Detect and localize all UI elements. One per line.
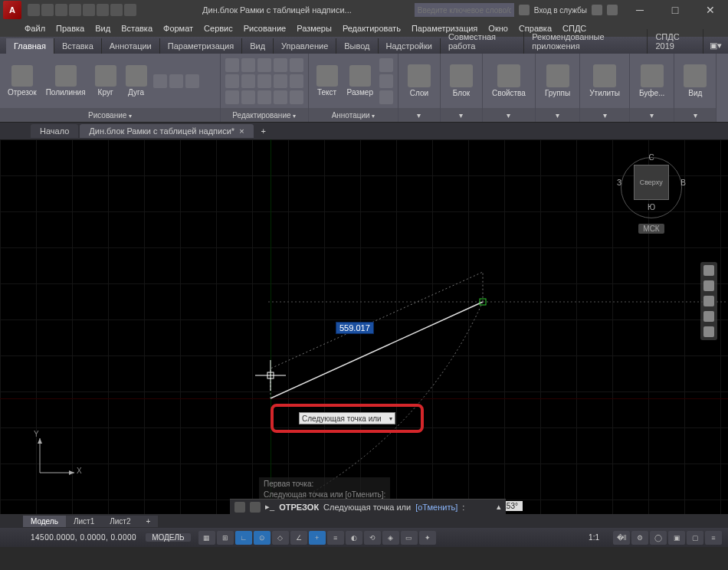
status-ortho-icon[interactable]: ∟ <box>235 531 252 545</box>
block-button[interactable]: Блок <box>447 63 476 99</box>
menu-dimension[interactable]: Размеры <box>292 21 336 35</box>
qat-plot-icon[interactable] <box>83 4 95 16</box>
panel-groups-title[interactable]: ▾ <box>536 108 579 122</box>
ribbon-tab-parametric[interactable]: Параметризация <box>160 38 242 54</box>
status-lwt-icon[interactable]: ≡ <box>327 531 344 545</box>
status-transparency-icon[interactable]: ◐ <box>346 531 362 545</box>
ribbon-tab-output[interactable]: Вывод <box>336 38 378 54</box>
array-icon[interactable] <box>257 74 271 88</box>
ribbon-tab-insert[interactable]: Вставка <box>54 38 102 54</box>
cmdline-recent-icon[interactable]: ▴ <box>497 502 501 512</box>
ribbon-tab-view[interactable]: Вид <box>242 38 274 54</box>
nav-wheel-icon[interactable] <box>703 265 714 276</box>
modify-tool-icon[interactable] <box>274 90 287 104</box>
panel-block-title[interactable]: ▾ <box>441 108 482 122</box>
viewcube-east[interactable]: В <box>680 179 686 187</box>
layout-tab-sheet1[interactable]: Лист1 <box>66 516 102 527</box>
tool-text[interactable]: Текст <box>313 64 341 98</box>
mirror-icon[interactable] <box>274 58 287 72</box>
cmdline-option[interactable]: [оТменить] <box>415 503 457 512</box>
panel-annot-title[interactable]: Аннотации <box>332 111 375 120</box>
status-dyn-icon[interactable]: + <box>309 531 326 545</box>
panel-modify-title[interactable]: Редактирование <box>232 111 295 120</box>
status-cleanscreen-icon[interactable]: ▢ <box>687 531 703 545</box>
tool-arc[interactable]: Дуга <box>123 64 150 98</box>
viewcube-wcs-badge[interactable]: МСК <box>638 224 664 234</box>
panel-view-title[interactable]: ▾ <box>674 108 716 122</box>
tool-circle[interactable]: Круг <box>92 64 120 98</box>
ribbon-tab-home[interactable]: Главная <box>6 38 54 54</box>
qat-saveas-icon[interactable] <box>69 4 81 16</box>
layers-button[interactable]: Слои <box>405 63 434 99</box>
ribbon-tab-annotate[interactable]: Аннотации <box>102 38 160 54</box>
status-model-badge[interactable]: МОДЕЛЬ <box>146 533 190 542</box>
status-polar-icon[interactable]: ⊙ <box>254 531 271 545</box>
viewcube[interactable]: С З Сверху В Ю МСК <box>617 153 686 234</box>
menu-edit[interactable]: Правка <box>51 21 89 35</box>
status-annomonitor-icon[interactable]: ✦ <box>419 531 436 545</box>
dynamic-input-dropdown-icon[interactable]: ▾ <box>389 415 392 422</box>
panel-layers-title[interactable]: ▾ <box>398 108 440 122</box>
menu-insert[interactable]: Вставка <box>116 21 157 35</box>
tool-dimension[interactable]: Размер <box>344 64 376 98</box>
ribbon-tab-addins[interactable]: Надстройки <box>379 38 441 54</box>
status-grid-icon[interactable]: ▦ <box>198 531 215 545</box>
ribbon-tab-featured[interactable]: Рекомендованные приложения <box>524 29 648 54</box>
panel-clipboard-title[interactable]: ▾ <box>630 108 674 122</box>
qat-open-icon[interactable] <box>41 4 54 16</box>
help-icon[interactable] <box>607 5 618 15</box>
viewcube-north[interactable]: С <box>617 153 686 162</box>
dynamic-input[interactable]: Следующая точка или ▾ <box>299 412 395 424</box>
move-icon[interactable] <box>225 58 239 72</box>
draw-tool-icon[interactable] <box>185 74 199 88</box>
view-button[interactable]: Вид <box>680 63 710 99</box>
ribbon-tab-spds[interactable]: СПДС 2019 <box>648 29 703 54</box>
qat-redo-icon[interactable] <box>110 4 123 16</box>
minimize-button[interactable]: ─ <box>622 0 657 20</box>
rotate-icon[interactable] <box>241 58 255 72</box>
erase-icon[interactable] <box>290 74 303 88</box>
draw-tool-icon[interactable] <box>153 74 167 88</box>
signin-icon[interactable] <box>519 5 530 15</box>
cmdline-close-icon[interactable] <box>234 502 245 513</box>
status-cycling-icon[interactable]: ⟲ <box>364 531 381 545</box>
trim-icon[interactable] <box>257 58 271 72</box>
tool-line[interactable]: Отрезок <box>5 64 40 98</box>
doc-tab-current[interactable]: Дин.блок Рамки с таблицей надписи* × <box>80 124 253 138</box>
scale-icon[interactable] <box>241 74 255 88</box>
explode-icon[interactable] <box>241 90 255 104</box>
copy-icon[interactable] <box>225 74 239 88</box>
menu-file[interactable]: Файл <box>20 21 50 35</box>
modify-tool-icon[interactable] <box>290 90 303 104</box>
qat-undo-icon[interactable] <box>97 4 109 16</box>
qat-more-icon[interactable] <box>124 4 136 16</box>
drawing-canvas[interactable]: 559.017 Следующая точка или ▾ X Y С З Св… <box>0 139 728 514</box>
status-coordinates[interactable]: 14500.0000, 0.0000, 0.0000 <box>0 533 146 542</box>
status-customize-icon[interactable]: ≡ <box>705 531 722 545</box>
nav-showmotion-icon[interactable] <box>703 326 714 337</box>
offset-icon[interactable] <box>225 90 239 104</box>
status-otrack-icon[interactable]: ∠ <box>290 531 307 545</box>
doc-tab-start[interactable]: Начало <box>31 124 78 138</box>
menu-tools[interactable]: Сервис <box>199 21 238 35</box>
status-scale[interactable]: 1:1 <box>582 533 605 542</box>
panel-draw-title[interactable]: Рисование <box>88 111 132 120</box>
panel-properties-title[interactable]: ▾ <box>483 108 535 122</box>
nav-zoom-icon[interactable] <box>703 296 714 306</box>
command-line[interactable]: ▸_ ОТРЕЗОК Следующая точка или [оТменить… <box>230 499 506 514</box>
modify-tool-icon[interactable] <box>257 90 271 104</box>
search-input[interactable] <box>415 3 514 17</box>
nav-orbit-icon[interactable] <box>703 311 714 322</box>
viewcube-west[interactable]: З <box>617 179 621 187</box>
status-osnap-icon[interactable]: ◇ <box>272 531 289 545</box>
ribbon-collapse-icon[interactable]: ▣▾ <box>703 38 728 54</box>
ribbon-tab-manage[interactable]: Управление <box>274 38 336 54</box>
menu-format[interactable]: Формат <box>159 21 198 35</box>
status-3dosnap-icon[interactable]: ◈ <box>382 531 399 545</box>
qat-new-icon[interactable] <box>28 4 40 16</box>
table-icon[interactable] <box>379 58 393 72</box>
menu-modify[interactable]: Редактировать <box>338 21 405 35</box>
status-dview-icon[interactable]: ▭ <box>401 531 418 545</box>
maximize-button[interactable]: □ <box>657 0 693 20</box>
leader-icon[interactable] <box>379 74 393 88</box>
